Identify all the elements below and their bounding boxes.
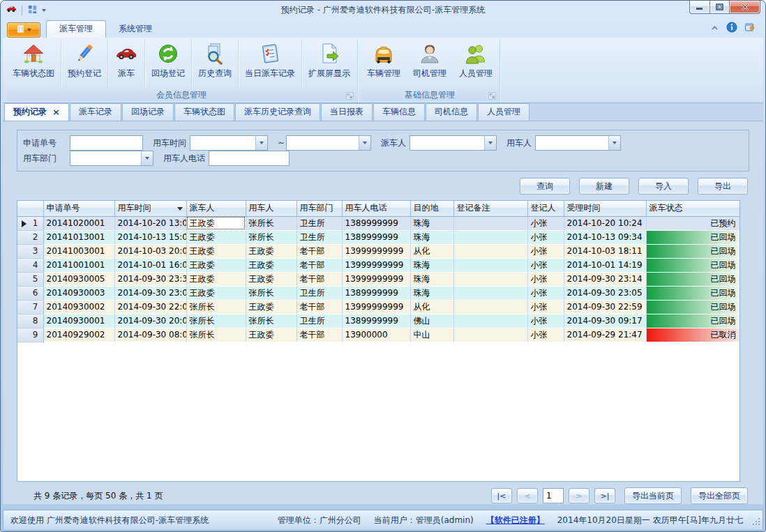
column-header[interactable]: 目的地 <box>410 201 453 216</box>
cell: 老干部 <box>296 328 342 342</box>
import-button[interactable]: 导入 <box>638 178 689 195</box>
ribbon-button-driver[interactable]: 司机管理 <box>407 39 453 89</box>
column-header[interactable]: 用车部门 <box>296 201 342 216</box>
quick-access-toolbar <box>6 3 46 17</box>
action-buttons: 查询新建导入导出 <box>17 178 748 195</box>
ribbon-button-red-car[interactable]: 派车 <box>108 39 145 89</box>
table-row[interactable]: 1201410200012014-10-20 13:00王政委张所长卫生所138… <box>17 216 739 230</box>
row-indicator-header <box>17 201 43 216</box>
feedback-icon[interactable] <box>744 22 756 35</box>
chevron-down-icon[interactable] <box>608 136 620 150</box>
sort-arrow-icon[interactable] <box>177 207 183 211</box>
export-button[interactable]: 导出 <box>698 178 748 195</box>
export-current-page-button[interactable]: 导出当前页 <box>624 487 682 504</box>
table-row[interactable]: 9201409290022014-09-30 08:00张所长王政委老干部139… <box>17 328 739 342</box>
ribbon-button-history-search[interactable]: 历史查询 <box>192 39 239 89</box>
ribbon-button-checklist[interactable]: 当日派车记录 <box>239 39 302 89</box>
cell: 2014-09-30 09:17 <box>564 314 646 328</box>
table-row[interactable]: 2201410130012014-10-13 15:00王政委张所长卫生所138… <box>17 230 739 244</box>
toolbar-separator <box>22 6 22 15</box>
ribbon-button-people[interactable]: 人员管理 <box>453 39 499 89</box>
next-page-button[interactable]: > <box>569 488 589 503</box>
cell: 1389999999 <box>342 216 410 230</box>
table-row[interactable]: 5201409300052014-09-30 23:30王政委王政委老干部139… <box>17 272 739 286</box>
doc-tab[interactable]: 当日报表 <box>321 103 373 121</box>
cell: 小张 <box>527 286 564 300</box>
cell: 珠海 <box>410 230 453 244</box>
ribbon-button-taxi[interactable]: 车辆管理 <box>361 39 407 89</box>
column-header[interactable]: 用车人 <box>246 201 296 216</box>
column-header[interactable]: 登记备注 <box>453 201 527 216</box>
row-indicator: 1 <box>17 216 43 230</box>
column-header[interactable]: 派车人 <box>186 201 246 216</box>
query-button[interactable]: 查询 <box>520 178 570 195</box>
dropdown-arrow-icon[interactable] <box>42 9 46 12</box>
doc-tab[interactable]: 派车记录 <box>70 103 121 121</box>
column-header[interactable]: 登记人 <box>527 201 564 216</box>
cell: 20140929002 <box>43 328 114 342</box>
first-page-button[interactable]: |< <box>491 488 512 503</box>
table-row[interactable]: 7201409300022014-09-30 22:00张所长王政委老干部139… <box>17 300 739 314</box>
cell: 1389999999 <box>342 314 410 328</box>
ribbon-group: 车辆管理司机管理人员管理基础信息管理 <box>360 39 500 102</box>
prev-page-button[interactable]: < <box>517 488 538 503</box>
row-indicator: 6 <box>17 286 43 300</box>
user-phone-input[interactable] <box>209 151 290 166</box>
column-header[interactable]: 用车人电话 <box>342 201 410 216</box>
red-car-icon <box>114 42 138 66</box>
doc-tab[interactable]: 派车历史记录查询 <box>235 103 320 121</box>
ribbon-button-house[interactable]: 车辆状态图 <box>6 39 61 89</box>
chevron-down-icon[interactable] <box>141 151 153 165</box>
column-header[interactable]: 受理时间 <box>564 201 646 216</box>
license-registered-link[interactable]: 【软件已注册】 <box>486 515 545 526</box>
dispatcher-combo[interactable] <box>410 135 497 151</box>
dispatch-status-cell: 已预约 <box>646 216 739 230</box>
application-menu-button[interactable] <box>7 22 40 38</box>
cell: 13900000 <box>342 328 410 342</box>
ribbon-button-pencil[interactable]: 预约登记 <box>61 39 108 89</box>
department-combo[interactable] <box>70 151 153 166</box>
table-row[interactable]: 4201410010012014-10-01 16:00王政委王政委老干部139… <box>17 258 739 272</box>
close-button[interactable] <box>730 1 760 14</box>
ribbon-tab[interactable]: 派车管理 <box>46 20 106 38</box>
doc-tab[interactable]: 人员管理 <box>478 103 530 121</box>
ribbon-tab[interactable]: 系统管理 <box>106 21 165 38</box>
table-row[interactable]: 8201409300012014-09-30 20:00张所长张所长卫生所138… <box>17 314 739 328</box>
page-number-input[interactable] <box>543 488 564 503</box>
collapse-ribbon-icon[interactable] <box>710 24 719 33</box>
dialog-launcher-icon[interactable] <box>488 92 496 100</box>
doc-tab[interactable]: 车辆状态图 <box>174 103 234 121</box>
maximize-button[interactable] <box>710 1 730 14</box>
column-header[interactable]: 用车时间 <box>114 201 186 216</box>
info-icon[interactable] <box>726 22 737 35</box>
doc-tab[interactable]: 回场记录 <box>122 103 174 121</box>
chevron-down-icon[interactable] <box>359 136 370 150</box>
resize-grip[interactable] <box>752 517 760 528</box>
table-row[interactable]: 3201410030012014-10-03 20:00王政委王政委老干部139… <box>17 244 739 258</box>
cell <box>453 300 527 314</box>
ribbon-button-recycle[interactable]: 回场登记 <box>145 39 192 89</box>
layout-grid-icon[interactable] <box>27 4 38 17</box>
close-tab-icon[interactable]: × <box>52 109 60 116</box>
use-time-to-combo[interactable] <box>286 135 371 151</box>
dialog-launcher-icon[interactable] <box>346 92 354 100</box>
request-no-input[interactable] <box>70 135 143 151</box>
car-user-combo[interactable] <box>535 135 621 151</box>
doc-tab[interactable]: 预约记录× <box>4 103 69 121</box>
chevron-down-icon[interactable] <box>255 136 267 150</box>
use-time-from-combo[interactable] <box>190 135 268 151</box>
doc-tab[interactable]: 车辆信息 <box>373 103 425 121</box>
column-header[interactable]: 派车状态 <box>646 201 739 216</box>
last-page-button[interactable]: >| <box>594 488 615 503</box>
minimize-button[interactable] <box>689 1 710 14</box>
filter-label: 申请单号 <box>23 137 66 149</box>
cell: 珠海 <box>410 272 453 286</box>
chevron-down-icon[interactable] <box>484 136 496 150</box>
table-row[interactable]: 6201409300032014-09-30 23:00王政委张所长卫生所138… <box>17 286 739 300</box>
doc-tab[interactable]: 司机信息 <box>426 103 477 121</box>
cell: 小张 <box>527 300 564 314</box>
ribbon-button-extend-screen[interactable]: 扩展屏显示 <box>302 39 356 89</box>
new-button[interactable]: 新建 <box>579 178 629 195</box>
column-header[interactable]: 申请单号 <box>43 201 114 216</box>
export-all-pages-button[interactable]: 导出全部页 <box>691 487 748 504</box>
